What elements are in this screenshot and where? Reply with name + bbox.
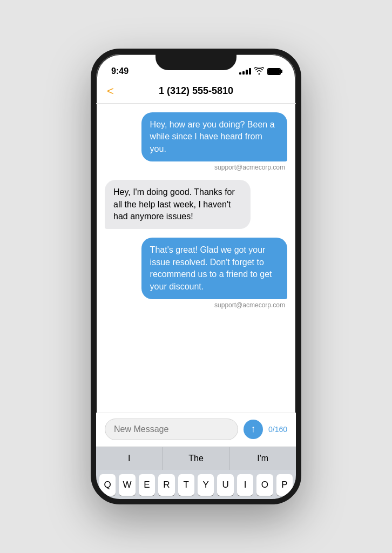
keyboard-row: Q W E R T Y U I O P — [96, 470, 296, 499]
message-wrapper: That's great! Glad we got your issue res… — [105, 238, 287, 309]
messages-area: Hey, how are you doing? Been a while sin… — [96, 104, 296, 413]
key-e[interactable]: E — [139, 474, 155, 496]
message-sender-1: support@acmecorp.com — [212, 164, 287, 171]
send-button[interactable]: ↑ — [244, 420, 263, 439]
wifi-icon — [254, 67, 264, 76]
key-w[interactable]: W — [119, 474, 135, 496]
key-r[interactable]: R — [158, 474, 174, 496]
message-input[interactable] — [105, 419, 238, 440]
phone-frame: 9:49 — [91, 49, 301, 504]
message-bubble-received-2: Hey, I'm doing good. Thanks for all the … — [105, 180, 251, 229]
nav-header: < 1 (312) 555-5810 — [96, 81, 296, 104]
key-p[interactable]: P — [276, 474, 293, 496]
input-area: ↑ 0/160 — [96, 413, 296, 447]
key-i[interactable]: I — [237, 474, 253, 496]
char-count: 0/160 — [268, 425, 287, 434]
message-input-container — [105, 419, 238, 440]
message-bubble-sent-3: That's great! Glad we got your issue res… — [141, 238, 287, 299]
message-text-1: Hey, how are you doing? Been a while sin… — [150, 120, 275, 153]
contact-title: 1 (312) 555-5810 — [159, 85, 233, 97]
message-text-2: Hey, I'm doing good. Thanks for all the … — [113, 187, 235, 221]
notch — [156, 54, 236, 70]
battery-icon — [267, 68, 281, 75]
key-u[interactable]: U — [217, 474, 233, 496]
key-o[interactable]: O — [256, 474, 273, 496]
back-button[interactable]: < — [107, 84, 114, 98]
predictive-item-1[interactable]: The — [163, 447, 230, 470]
message-wrapper: Hey, I'm doing good. Thanks for all the … — [105, 180, 287, 229]
message-text-3: That's great! Glad we got your issue res… — [150, 245, 272, 291]
status-time: 9:49 — [111, 66, 129, 76]
key-y[interactable]: Y — [198, 474, 214, 496]
predictive-item-0[interactable]: I — [96, 447, 163, 470]
message-bubble-sent-1: Hey, how are you doing? Been a while sin… — [141, 112, 287, 161]
status-icons — [239, 67, 281, 76]
key-t[interactable]: T — [178, 474, 194, 496]
message-wrapper: Hey, how are you doing? Been a while sin… — [105, 112, 287, 171]
send-arrow-icon: ↑ — [251, 424, 255, 434]
predictive-bar: I The I'm — [96, 447, 296, 470]
predictive-item-2[interactable]: I'm — [229, 447, 296, 470]
key-q[interactable]: Q — [99, 474, 116, 496]
message-sender-3: support@acmecorp.com — [212, 301, 287, 309]
signal-bars-icon — [239, 68, 251, 75]
